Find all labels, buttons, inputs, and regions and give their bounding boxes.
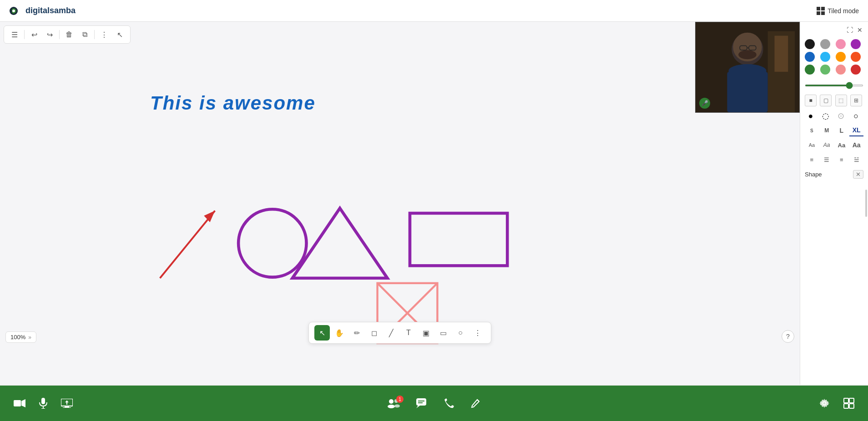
note-tool-button[interactable]: ▣ (418, 325, 434, 341)
header: digitalsamba Tiled mode (0, 0, 868, 22)
more-button[interactable]: ⋮ (97, 28, 111, 41)
tiled-mode-button[interactable]: Tiled mode (817, 7, 859, 15)
align-right-button[interactable]: ≡ (835, 154, 849, 165)
main-area: This is awesome (0, 22, 868, 385)
size-m-button[interactable]: M (820, 125, 834, 136)
line-tool-button[interactable]: ╱ (384, 325, 399, 341)
color-pink[interactable] (836, 39, 846, 49)
screen-share-button[interactable] (61, 399, 73, 408)
annotation-button[interactable] (471, 398, 481, 408)
color-orange[interactable] (836, 52, 846, 62)
hand-tool-button[interactable]: ✋ (332, 325, 347, 341)
shape-label-text: Shape (805, 171, 822, 178)
copy-button[interactable]: ⧉ (78, 28, 91, 41)
bottom-right-controls (819, 398, 854, 409)
align-justify-button[interactable]: ☱ (849, 154, 863, 165)
canvas-area[interactable]: This is awesome (0, 22, 800, 385)
svg-point-31 (389, 399, 394, 404)
size-grid: S M L XL (805, 125, 863, 136)
color-salmon[interactable] (836, 65, 846, 75)
color-gray[interactable] (820, 39, 830, 49)
color-red[interactable] (851, 65, 861, 75)
svg-rect-41 (844, 398, 848, 403)
logo-icon (9, 5, 22, 17)
microphone-button[interactable] (39, 398, 47, 409)
shape-filled-square[interactable]: ■ (805, 95, 817, 106)
toolbar-divider-2 (59, 30, 60, 39)
redo-button[interactable]: ↪ (43, 28, 56, 41)
layout-button[interactable] (843, 398, 854, 409)
circle-filled[interactable]: ● (805, 110, 817, 122)
screen-share-icon (61, 399, 73, 408)
eraser-tool-button[interactable]: ◻ (366, 325, 382, 341)
circle-dotted[interactable]: ◌ (820, 110, 832, 122)
color-deep-orange[interactable] (851, 52, 861, 62)
svg-point-34 (394, 405, 400, 408)
font-style-1[interactable]: Aa (805, 139, 819, 151)
align-left-button[interactable]: ≡ (805, 154, 819, 165)
chat-icon (416, 398, 427, 408)
menu-button[interactable]: ☰ (8, 28, 21, 41)
size-l-button[interactable]: L (835, 125, 849, 136)
svg-rect-12 (774, 36, 788, 72)
close-panel-button[interactable]: ✕ (855, 25, 864, 35)
svg-point-18 (738, 50, 757, 59)
align-center-button[interactable]: ☰ (820, 154, 834, 165)
shape-rounded-square[interactable]: ▢ (820, 95, 832, 106)
font-style-4[interactable]: Aa (849, 139, 863, 151)
delete-button[interactable]: 🗑 (62, 28, 76, 41)
mic-icon (39, 398, 47, 409)
right-panel: ⛶ ✕ ■ ▢ ⬚ ⊞ ● (800, 22, 868, 385)
bottom-left-controls (14, 398, 73, 409)
svg-point-20 (728, 64, 766, 78)
pen-tool-button[interactable]: ✏ (349, 325, 364, 341)
svg-rect-23 (41, 398, 45, 404)
svg-rect-6 (410, 213, 507, 266)
phone-button[interactable] (444, 398, 454, 409)
shape-dotted-square[interactable]: ⬚ (835, 95, 847, 106)
top-toolbar: ☰ ↩ ↪ 🗑 ⧉ ⋮ ↖ (4, 25, 131, 44)
svg-line-2 (160, 210, 215, 278)
color-light-green[interactable] (820, 65, 830, 75)
video-button[interactable] (14, 399, 25, 408)
help-button[interactable]: ? (782, 330, 794, 343)
svg-rect-35 (416, 398, 426, 406)
logo-area: digitalsamba (9, 5, 76, 17)
zoom-level: 100% (10, 334, 25, 341)
stroke-width-slider[interactable] (805, 85, 863, 86)
color-green[interactable] (805, 65, 815, 75)
color-purple[interactable] (851, 39, 861, 49)
shape-grid-square[interactable]: ⊞ (850, 95, 862, 106)
select-tool-button[interactable]: ↖ (314, 325, 330, 341)
participants-button[interactable]: 1 (387, 398, 400, 408)
settings-icon (819, 398, 830, 409)
svg-marker-36 (416, 406, 420, 408)
chat-button[interactable] (416, 398, 427, 408)
video-feed: 🎤 (695, 22, 800, 113)
circle-tool-button[interactable]: ○ (453, 325, 468, 341)
more-tools-button[interactable]: ⋮ (470, 325, 485, 341)
svg-rect-44 (849, 404, 854, 408)
zoom-expand-button[interactable]: » (28, 334, 31, 341)
undo-button[interactable]: ↩ (27, 28, 41, 41)
rectangle-tool-button[interactable]: ▭ (435, 325, 451, 341)
text-tool-button[interactable]: T (401, 325, 416, 341)
logo-text: digitalsamba (25, 6, 76, 15)
color-light-blue[interactable] (820, 52, 830, 62)
expand-panel-button[interactable]: ⛶ (845, 25, 854, 35)
font-style-3[interactable]: Aa (835, 139, 849, 151)
size-s-button[interactable]: S (805, 125, 819, 136)
video-person: 🎤 (696, 22, 799, 112)
settings-button[interactable] (819, 398, 830, 409)
stroke-width-slider-container (805, 79, 863, 89)
circle-dashed[interactable]: ⊙ (835, 110, 847, 122)
shape-clear-button[interactable]: ✕ (853, 170, 863, 179)
annotation-icon (471, 398, 481, 408)
font-style-grid: Aa Aa Aa Aa (805, 139, 863, 151)
size-xl-button[interactable]: XL (849, 125, 863, 136)
circle-outline[interactable]: ○ (850, 110, 862, 122)
arrow-button[interactable]: ↖ (113, 28, 126, 41)
color-black[interactable] (805, 39, 815, 49)
font-style-2[interactable]: Aa (820, 139, 834, 151)
color-blue[interactable] (805, 52, 815, 62)
